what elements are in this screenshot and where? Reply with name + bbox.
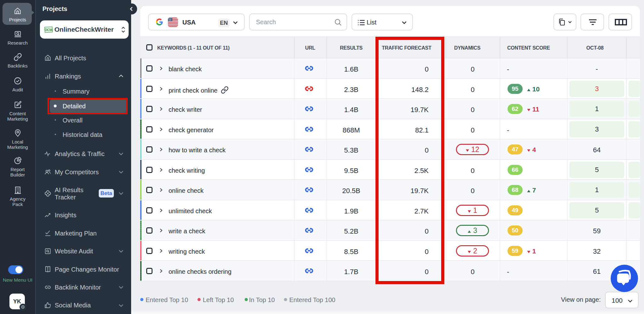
svg-text:OCW: OCW <box>45 28 53 32</box>
